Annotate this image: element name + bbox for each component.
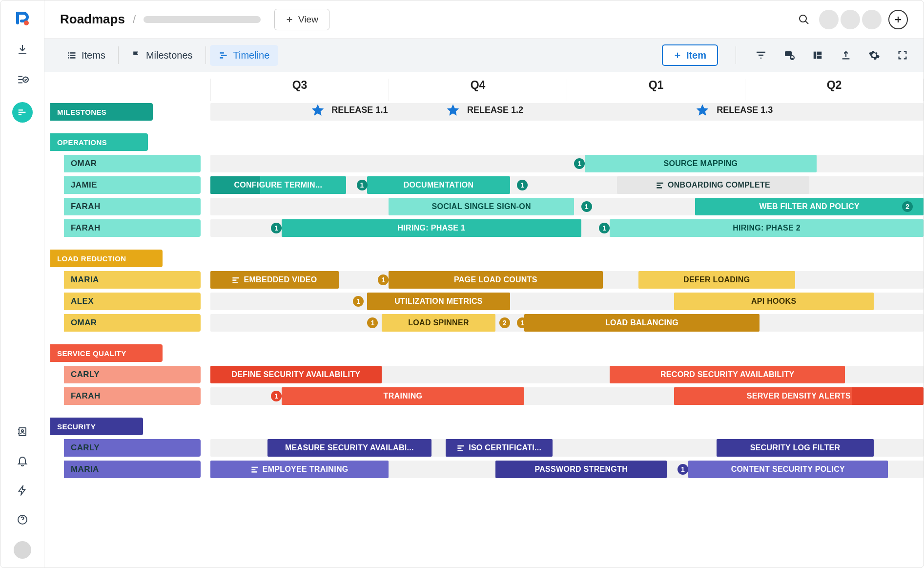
add-view-button[interactable]: View [274, 9, 329, 30]
timeline-bar[interactable]: UTILIZATION METRICS [367, 293, 510, 310]
group-label[interactable]: OPERATIONS [50, 133, 148, 151]
breadcrumb-placeholder[interactable] [144, 16, 261, 23]
swimlane-label[interactable]: FARAH [64, 219, 201, 237]
group-label-milestones[interactable]: MILESTONES [50, 103, 153, 121]
timeline-bar[interactable]: DEFER LOADING [638, 271, 795, 289]
group-label[interactable]: SECURITY [50, 418, 143, 435]
timeline-bar[interactable]: DOCUMENTATION [367, 176, 510, 194]
add-user-button[interactable] [888, 10, 908, 29]
bolt-icon[interactable] [15, 483, 30, 498]
timeline-bar[interactable]: TRAINING [282, 387, 524, 405]
count-badge[interactable]: 1 [574, 158, 585, 169]
milestone-label: RELEASE 1.3 [717, 105, 773, 115]
swimlane-label[interactable]: MARIA [64, 271, 201, 289]
timeline-bar[interactable]: SECURITY LOG FILTER [717, 439, 873, 457]
user-avatar-3[interactable] [862, 10, 882, 29]
tab-timeline[interactable]: Timeline [210, 45, 279, 66]
timeline-bar[interactable]: PAGE LOAD COUNTS [389, 271, 602, 289]
svg-rect-31 [251, 471, 257, 473]
bar-label: SERVER DENSITY ALERTS [747, 392, 851, 400]
timeline-bar[interactable]: EMPLOYEE TRAINING [210, 461, 389, 478]
bar-label: HIRING: PHASE 1 [398, 224, 466, 232]
timeline-bar[interactable]: SERVER DENSITY ALERTS [674, 387, 924, 405]
swimlane-label[interactable]: FARAH [64, 198, 201, 215]
bar-label: HIRING: PHASE 2 [733, 224, 801, 232]
add-item-button[interactable]: Item [662, 44, 718, 66]
track [210, 155, 924, 172]
bar-label: PASSWORD STRENGTH [534, 465, 628, 474]
timeline-bar[interactable]: ONBOARDING COMPLETE [617, 176, 809, 194]
count-badge[interactable]: 2 [902, 201, 913, 212]
app-logo[interactable] [14, 9, 31, 27]
timeline-grid[interactable]: Q3Q4Q1Q2 RELEASE 1.1RELEASE 1.2RELEASE 1… [210, 79, 924, 568]
fullscreen-icon[interactable] [895, 48, 910, 63]
timeline-bar[interactable]: API HOOKS [674, 293, 874, 310]
timeline-bar[interactable]: HIRING: PHASE 2 [610, 219, 924, 237]
svg-rect-6 [68, 52, 70, 54]
timeline-bar[interactable]: HIRING: PHASE 1 [282, 219, 581, 237]
user-avatar-2[interactable] [841, 10, 860, 29]
group-label[interactable]: LOAD REDUCTION [50, 250, 163, 267]
timeline-bar[interactable]: MEASURE SECURITY AVAILABI... [267, 439, 431, 457]
count-badge[interactable]: 1 [271, 391, 282, 401]
svg-rect-29 [251, 467, 258, 468]
current-user-avatar[interactable] [14, 541, 31, 559]
swimlane-label[interactable]: ALEX [64, 293, 201, 310]
filter-icon[interactable] [754, 48, 768, 63]
svg-rect-23 [233, 277, 239, 279]
group-label[interactable]: SERVICE QUALITY [50, 344, 163, 362]
bar-label: API HOOKS [751, 297, 797, 306]
help-icon[interactable] [15, 512, 30, 527]
bar-label: EMPLOYEE TRAINING [263, 465, 349, 474]
timeline-bar[interactable]: RECORD SECURITY AVAILABILITY [610, 366, 845, 383]
topbar: Roadmaps / View [44, 0, 924, 39]
svg-rect-13 [221, 55, 227, 56]
tab-items[interactable]: Items [58, 45, 114, 66]
milestone-star-icon[interactable] [310, 103, 326, 119]
export-icon[interactable] [839, 48, 853, 63]
timeline-bar[interactable]: DEFINE SECURITY AVAILABILITY [210, 366, 382, 383]
timeline-bar[interactable]: PASSWORD STRENGTH [495, 461, 667, 478]
add-item-label: Item [686, 50, 706, 61]
user-avatar-1[interactable] [819, 10, 839, 29]
timeline-bar[interactable]: WEB FILTER AND POLICY [695, 198, 924, 215]
timeline-body: MILESTONESOPERATIONSOMARJAMIEFARAHFARAHL… [44, 72, 924, 568]
timeline-bar[interactable]: LOAD BALANCING [524, 314, 760, 332]
swimlane-label[interactable]: CARLY [64, 366, 201, 383]
bell-icon[interactable] [15, 453, 30, 469]
svg-rect-8 [68, 57, 70, 59]
timeline-bar[interactable]: CONFIGURE TERMIN... [210, 176, 346, 194]
swimlane-label[interactable]: CARLY [64, 439, 201, 457]
count-badge[interactable]: 2 [499, 317, 510, 328]
bar-label: SECURITY LOG FILTER [750, 443, 841, 452]
svg-rect-20 [657, 183, 663, 184]
swimlane-label[interactable]: OMAR [64, 155, 201, 172]
count-badge[interactable]: 1 [678, 464, 688, 475]
layout-icon[interactable] [810, 48, 825, 63]
bar-label: DOCUMENTATION [404, 181, 474, 189]
swimlane-label[interactable]: FARAH [64, 387, 201, 405]
link-card-icon[interactable] [782, 48, 797, 63]
timeline-bar[interactable]: ISO CERTIFICATI... [446, 439, 553, 457]
contacts-icon[interactable] [15, 424, 30, 440]
gear-icon[interactable] [867, 48, 882, 63]
tab-milestones[interactable]: Milestones [123, 45, 202, 66]
count-badge[interactable]: 1 [581, 201, 592, 212]
search-icon[interactable] [796, 11, 812, 28]
timeline-bar[interactable]: EMBEDDED VIDEO [210, 271, 339, 289]
timeline-bar[interactable]: SOCIAL SINGLE SIGN-ON [389, 198, 574, 215]
page-title: Roadmaps [60, 12, 125, 27]
swimlane-label[interactable]: OMAR [64, 314, 201, 332]
count-badge[interactable]: 1 [271, 223, 282, 233]
download-icon[interactable] [15, 42, 30, 57]
roadmap-icon[interactable] [12, 102, 33, 123]
timeline-bar[interactable]: LOAD SPINNER [382, 314, 496, 332]
milestone-star-icon[interactable] [446, 103, 461, 119]
swimlane-label[interactable]: JAMIE [64, 176, 201, 194]
timeline-bar[interactable]: CONTENT SECURITY POLICY [688, 461, 888, 478]
timeline-bar[interactable]: SOURCE MAPPING [585, 155, 817, 172]
swimlane-label[interactable]: MARIA [64, 461, 201, 478]
milestone-star-icon[interactable] [695, 103, 711, 119]
count-badge[interactable]: 1 [357, 180, 368, 190]
list-check-icon[interactable] [15, 72, 30, 87]
